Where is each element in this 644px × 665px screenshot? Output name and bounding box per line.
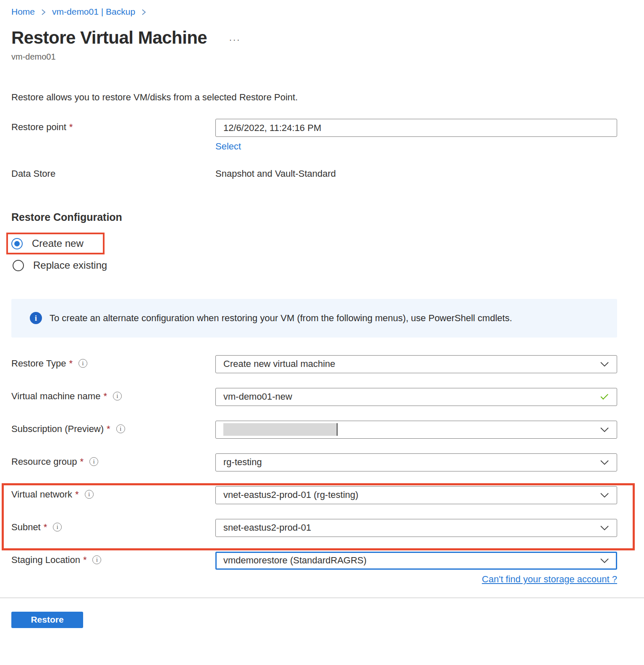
info-banner-text: To create an alternate configuration whe… (50, 313, 512, 324)
breadcrumb-chevron-icon (141, 8, 147, 16)
radio-replace-existing[interactable]: Replace existing (13, 259, 107, 271)
select-restore-point-link[interactable]: Select (215, 141, 241, 152)
subnet-label: Subnet* (11, 519, 215, 533)
vm-name-label: Virtual machine name* (11, 388, 215, 402)
restore-point-value: 12/6/2022, 11:24:16 PM (223, 123, 321, 134)
resource-group-label: Resource group* (11, 453, 215, 467)
subscription-label: Subscription (Preview)* (11, 421, 215, 435)
checkmark-icon (600, 392, 608, 399)
vm-name-input[interactable]: vm-demo01-new (215, 388, 617, 406)
info-icon[interactable] (92, 555, 101, 564)
breadcrumb: Home vm-demo01 | Backup (11, 7, 617, 17)
restore-point-input[interactable]: 12/6/2022, 11:24:16 PM (215, 119, 617, 137)
resource-group-value: rg-testing (223, 457, 262, 468)
page-subtitle: vm-demo01 (11, 52, 617, 62)
breadcrumb-home-link[interactable]: Home (11, 7, 35, 17)
virtual-network-value: vnet-eastus2-prod-01 (rg-testing) (223, 490, 359, 500)
radio-create-new-label: Create new (32, 238, 84, 249)
required-marker: * (83, 555, 87, 566)
info-icon[interactable] (116, 424, 125, 433)
restore-type-dropdown[interactable]: Create new virtual machine (215, 355, 617, 373)
restore-button[interactable]: Restore (11, 612, 83, 628)
restore-type-label: Restore Type* (11, 355, 215, 369)
restore-form: Restore Type* Create new virtual machine… (11, 355, 617, 585)
vm-name-row: Virtual machine name* vm-demo01-new (11, 388, 617, 406)
footer: Restore (11, 598, 617, 628)
restore-point-label: Restore point* (11, 119, 215, 133)
intro-text: Restore allows you to restore VM/disks f… (11, 92, 617, 103)
info-icon[interactable] (89, 457, 98, 466)
radio-replace-existing-label: Replace existing (33, 259, 107, 271)
more-actions-button[interactable]: ··· (229, 34, 241, 45)
page-title: Restore Virtual Machine (11, 28, 207, 48)
required-marker: * (69, 122, 73, 133)
restore-type-row: Restore Type* Create new virtual machine (11, 355, 617, 373)
data-store-value: Snapshot and Vault-Standard (215, 165, 617, 179)
virtual-network-row: Virtual network* vnet-eastus2-prod-01 (r… (11, 486, 617, 504)
resource-group-row: Resource group* rg-testing (11, 453, 617, 471)
chevron-down-icon (600, 460, 609, 465)
required-marker: * (75, 489, 79, 500)
info-banner: To create an alternate configuration whe… (11, 299, 617, 338)
required-marker: * (107, 424, 110, 435)
subnet-row: Subnet* snet-eastus2-prod-01 (11, 519, 617, 537)
staging-location-label: Staging Location* (11, 552, 215, 566)
subnet-dropdown[interactable]: snet-eastus2-prod-01 (215, 519, 617, 537)
restore-configuration-options: Create new Replace existing (11, 233, 617, 273)
restore-vm-page: Home vm-demo01 | Backup Restore Virtual … (0, 0, 644, 665)
subnet-value: snet-eastus2-prod-01 (223, 522, 311, 533)
required-marker: * (103, 391, 107, 402)
chevron-down-icon (600, 558, 609, 563)
restore-configuration-heading: Restore Configuration (11, 211, 617, 223)
staging-location-value: vmdemorestore (StandardRAGRS) (223, 555, 367, 566)
info-icon[interactable] (53, 523, 62, 531)
subscription-dropdown[interactable] (215, 421, 617, 439)
required-marker: * (69, 358, 73, 369)
staging-location-row: Staging Location* vmdemorestore (Standar… (11, 552, 617, 585)
vm-name-value: vm-demo01-new (223, 391, 292, 402)
breadcrumb-chevron-icon (41, 8, 46, 16)
info-icon (30, 312, 42, 324)
info-icon[interactable] (85, 490, 94, 499)
subscription-row: Subscription (Preview)* (11, 421, 617, 439)
radio-selected-icon[interactable] (11, 238, 23, 249)
restore-type-value: Create new virtual machine (223, 359, 335, 369)
create-new-highlight-box: Create new (6, 233, 105, 254)
chevron-down-icon (600, 525, 609, 531)
cant-find-storage-account-link[interactable]: Can't find your storage account ? (482, 574, 617, 584)
breadcrumb-backup-link[interactable]: vm-demo01 | Backup (52, 7, 135, 17)
data-store-label: Data Store (11, 165, 215, 179)
data-store-row: Data Store Snapshot and Vault-Standard (11, 165, 617, 179)
virtual-network-label: Virtual network* (11, 486, 215, 500)
info-icon[interactable] (113, 392, 122, 401)
required-marker: * (44, 522, 47, 533)
redacted-subscription-value (223, 423, 338, 436)
chevron-down-icon (600, 427, 609, 432)
radio-unselected-icon[interactable] (13, 260, 24, 271)
restore-point-row: Restore point* 12/6/2022, 11:24:16 PM Se… (11, 119, 617, 152)
radio-create-new[interactable]: Create new (11, 238, 84, 249)
info-icon[interactable] (79, 359, 87, 368)
resource-group-dropdown[interactable]: rg-testing (215, 453, 617, 471)
staging-location-dropdown[interactable]: vmdemorestore (StandardRAGRS) (215, 552, 617, 570)
chevron-down-icon (600, 361, 609, 367)
required-marker: * (80, 456, 84, 467)
virtual-network-dropdown[interactable]: vnet-eastus2-prod-01 (rg-testing) (215, 486, 617, 504)
chevron-down-icon (600, 492, 609, 498)
